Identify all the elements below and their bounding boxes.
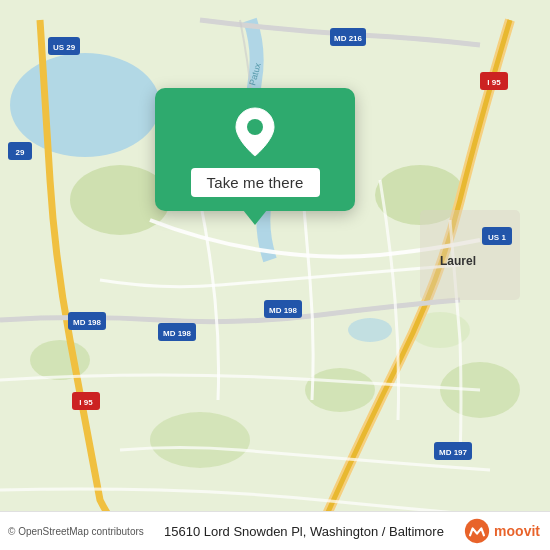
popup-card: Take me there	[155, 88, 355, 211]
svg-text:MD 198: MD 198	[269, 306, 298, 315]
map-background: US 29 MD 216 I 95 US 1 29 MD 198 MD 198 …	[0, 0, 550, 550]
bottom-bar: © OpenStreetMap contributors 15610 Lord …	[0, 511, 550, 550]
svg-point-1	[10, 53, 160, 157]
svg-point-33	[247, 119, 263, 135]
map-attribution: © OpenStreetMap contributors	[8, 526, 144, 537]
svg-text:MD 197: MD 197	[439, 448, 468, 457]
svg-text:MD 198: MD 198	[73, 318, 102, 327]
svg-text:I 95: I 95	[79, 398, 93, 407]
svg-point-2	[348, 318, 392, 342]
location-pin-icon	[229, 106, 281, 158]
svg-text:MD 198: MD 198	[163, 329, 192, 338]
svg-text:I 95: I 95	[487, 78, 501, 87]
moovit-icon	[464, 518, 490, 544]
svg-text:29: 29	[16, 148, 25, 157]
take-me-there-button[interactable]: Take me there	[191, 168, 320, 197]
svg-point-6	[30, 340, 90, 380]
svg-point-34	[465, 519, 489, 543]
svg-text:US 1: US 1	[488, 233, 506, 242]
map-container: US 29 MD 216 I 95 US 1 29 MD 198 MD 198 …	[0, 0, 550, 550]
address-label: 15610 Lord Snowden Pl, Washington / Balt…	[144, 524, 464, 539]
svg-text:Laurel: Laurel	[440, 254, 476, 268]
svg-text:MD 216: MD 216	[334, 34, 363, 43]
svg-point-8	[150, 412, 250, 468]
svg-text:US 29: US 29	[53, 43, 76, 52]
moovit-label: moovit	[494, 523, 540, 539]
svg-point-5	[305, 368, 375, 412]
moovit-logo: moovit	[464, 518, 540, 544]
